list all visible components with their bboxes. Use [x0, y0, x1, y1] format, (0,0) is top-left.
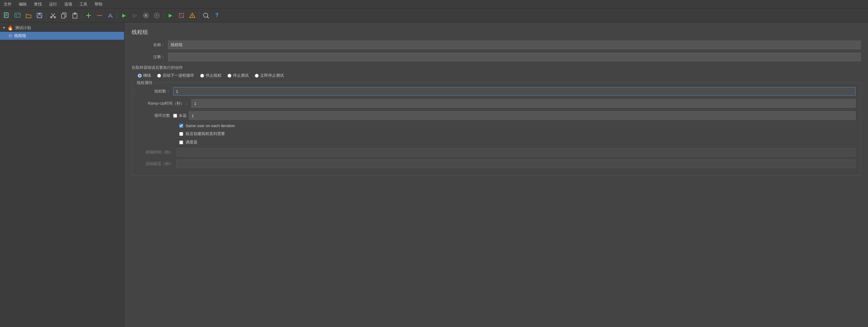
name-label: 名称：	[132, 42, 168, 48]
scheduler-row[interactable]: 调度器	[137, 140, 856, 145]
shutdown-button[interactable]	[152, 10, 162, 20]
main-layout: ▼ 🔥 测试计划 ⚙ 线程组 线程组 名称： 注释： 在取样器错误后要执行的动作	[0, 23, 868, 327]
name-input[interactable]	[168, 41, 861, 49]
startup-delay-row: 启动延迟（秒）	[137, 159, 856, 168]
menu-file[interactable]: 文件	[2, 1, 13, 7]
loop-count-row: 循环次数 永远	[137, 111, 856, 120]
delay-thread-row[interactable]: 延迟创建线程直到需要	[137, 131, 856, 137]
radio-next-loop-label: 启动下一进程循环	[162, 73, 194, 78]
radio-group: 继续 启动下一进程循环 停止线程 停止测试 立即停止测试	[132, 73, 861, 78]
radio-stop-thread[interactable]: 停止线程	[200, 73, 221, 78]
radio-stop-test-input[interactable]	[227, 74, 231, 78]
sep5	[199, 12, 199, 19]
open-button[interactable]	[24, 10, 33, 20]
duration-section: 持续时间（秒） 启动延迟（秒）	[137, 148, 856, 168]
svg-rect-15	[62, 14, 65, 18]
function-helper-button[interactable]	[201, 10, 211, 20]
radio-stop-test-now-label: 立即停止测试	[260, 73, 284, 78]
svg-rect-9	[38, 16, 41, 18]
menu-run[interactable]: 运行	[48, 1, 58, 7]
radio-stop-thread-label: 停止线程	[206, 73, 221, 78]
sidebar: ▼ 🔥 测试计划 ⚙ 线程组	[0, 23, 124, 327]
help-button[interactable]: ?	[212, 10, 222, 20]
loop-forever-label[interactable]: 永远	[173, 113, 187, 118]
thread-count-label: 线程数：	[137, 89, 173, 94]
comment-input[interactable]	[168, 53, 861, 61]
start-button[interactable]: ▶	[119, 10, 129, 20]
cut-button[interactable]	[48, 10, 58, 20]
svg-point-31	[192, 17, 193, 17]
menu-bar: 文件 编辑 查找 运行 选项 工具 帮助	[0, 0, 868, 8]
clear-button[interactable]	[105, 10, 115, 20]
remote-clear-button[interactable]	[187, 10, 197, 20]
menu-tools[interactable]: 工具	[78, 1, 89, 7]
radio-stop-test[interactable]: 停止测试	[227, 73, 249, 78]
svg-point-32	[204, 13, 208, 17]
svg-line-28	[179, 13, 184, 18]
menu-help[interactable]: 帮助	[93, 1, 104, 7]
name-row: 名称：	[132, 41, 861, 49]
thread-props-section: 线程属性 ⋮ 线程数： Ramp-Up时间（秒）： 循环次数 永远	[132, 83, 861, 176]
templates-button[interactable]	[13, 10, 23, 20]
ramp-up-input[interactable]	[191, 99, 856, 108]
sidebar-item-test-plan[interactable]: ▼ 🔥 测试计划	[0, 24, 124, 32]
svg-line-33	[207, 17, 209, 18]
loop-forever-checkbox[interactable]	[173, 114, 177, 118]
radio-stop-test-now[interactable]: 立即停止测试	[255, 73, 284, 78]
start-no-pause-button[interactable]: ▷	[130, 10, 140, 20]
sep1	[46, 12, 46, 19]
page-title: 线程组	[132, 29, 861, 36]
radio-stop-test-now-input[interactable]	[255, 74, 259, 78]
paste-button[interactable]	[70, 10, 80, 20]
svg-rect-8	[38, 13, 41, 14]
content-area: 线程组 名称： 注释： 在取样器错误后要执行的动作 继续 启动下一进程循环	[124, 23, 868, 327]
radio-continue-label: 继续	[143, 73, 151, 78]
sep2	[82, 12, 82, 19]
menu-options[interactable]: 选项	[63, 1, 73, 7]
sidebar-thread-group-label: 线程组	[14, 33, 26, 38]
remote-stop-button[interactable]	[177, 10, 186, 20]
startup-delay-input	[176, 159, 856, 168]
sidebar-test-plan-label: 测试计划	[15, 25, 31, 31]
scheduler-checkbox[interactable]	[179, 141, 183, 144]
svg-rect-4	[15, 13, 20, 17]
stop-button[interactable]	[141, 10, 151, 20]
delay-thread-checkbox[interactable]	[179, 132, 183, 136]
radio-next-loop[interactable]: 启动下一进程循环	[157, 73, 194, 78]
menu-find[interactable]: 查找	[33, 1, 43, 7]
delay-thread-label: 延迟创建线程直到需要	[186, 131, 225, 137]
loop-count-label: 循环次数	[137, 113, 173, 118]
radio-next-loop-input[interactable]	[157, 74, 161, 78]
sep3	[117, 12, 117, 19]
radio-stop-test-label: 停止测试	[233, 73, 249, 78]
gear-icon: ⚙	[8, 33, 12, 38]
sep4	[163, 12, 164, 19]
same-user-label: Same user on each iteration	[186, 123, 235, 128]
sidebar-item-thread-group[interactable]: ⚙ 线程组	[0, 32, 124, 40]
add-button[interactable]	[84, 10, 93, 20]
remove-button[interactable]	[95, 10, 104, 20]
new-test-plan-button[interactable]	[2, 10, 11, 20]
sampler-error-title: 在取样器错误后要执行的动作	[132, 65, 861, 70]
thread-count-input[interactable]	[173, 87, 856, 95]
test-plan-icon: 🔥	[7, 25, 13, 31]
startup-delay-label: 启动延迟（秒）	[137, 161, 176, 167]
duration-label: 持续时间（秒）	[137, 150, 176, 155]
radio-continue[interactable]: 继续	[138, 73, 151, 78]
thread-props-title: 线程属性	[135, 80, 154, 86]
ramp-up-label: Ramp-Up时间（秒）：	[137, 101, 191, 106]
loop-forever-text: 永远	[179, 113, 187, 118]
remote-start-button[interactable]: ▶	[165, 10, 175, 20]
radio-stop-thread-input[interactable]	[200, 74, 204, 78]
duration-input	[176, 148, 856, 156]
radio-continue-input[interactable]	[138, 74, 142, 78]
save-button[interactable]	[35, 10, 44, 20]
loop-count-input[interactable]	[189, 111, 856, 120]
same-user-checkbox[interactable]	[179, 124, 183, 128]
chevron-down-icon: ▼	[2, 26, 5, 29]
toolbar: ▶ ▷ ▶ ?	[0, 8, 868, 23]
copy-button[interactable]	[59, 10, 69, 20]
same-user-row[interactable]: Same user on each iteration	[137, 123, 856, 128]
menu-edit[interactable]: 编辑	[18, 1, 28, 7]
scheduler-label: 调度器	[186, 140, 197, 145]
